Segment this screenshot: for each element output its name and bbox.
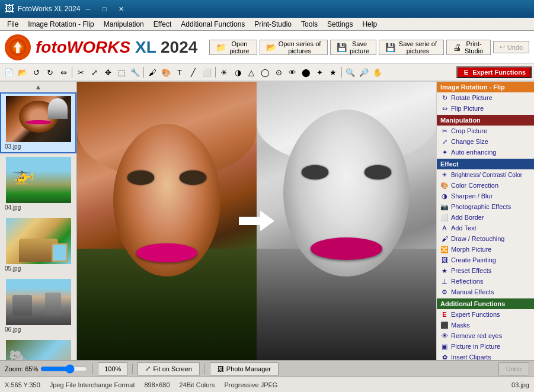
tool-select[interactable]: ⬚ [115, 66, 128, 79]
save-serie-button[interactable]: 💾 Save serie of pictures [379, 40, 444, 55]
tool-zoom-in[interactable]: 🔍 [344, 66, 357, 79]
auto-enhancing-item[interactable]: ✦ Auto enhancing [437, 147, 534, 158]
tool-text[interactable]: T [173, 66, 186, 79]
tool-crop[interactable]: ✂ [74, 66, 87, 79]
tool-blur[interactable]: ◯ [258, 66, 271, 79]
menubar: File Image Rotation - Flip Manipulation … [0, 18, 534, 31]
fit-on-screen-button[interactable]: ⤢ Fit on Screen [138, 362, 199, 375]
create-painting-item[interactable]: 🖼 Create Painting [437, 255, 534, 265]
undo-bottom-button[interactable]: Undo [498, 362, 529, 375]
window-controls: ─ □ ✕ [80, 3, 129, 15]
morph-picture-item[interactable]: 🔀 Morph Picture [437, 244, 534, 255]
tool-redeye[interactable]: 👁 [286, 66, 299, 79]
tool-rotate-ccw[interactable]: ↺ [30, 66, 43, 79]
add-border-item[interactable]: ⬜ Add Border [437, 212, 534, 223]
manual-effects-item[interactable]: ⚙ Manual Effects [437, 287, 534, 297]
photographic-effects-item[interactable]: 📷 Photographic Effects [437, 201, 534, 212]
additional-section: Additional Functions E Expert Functions … [437, 298, 534, 360]
open-picture-button[interactable]: 📁 Open picture [209, 40, 257, 55]
thumb-label-1: 04.jpg [2, 204, 74, 212]
zoom-slider[interactable] [40, 365, 88, 372]
tool-clone[interactable]: ⊙ [272, 66, 285, 79]
tool-effect1[interactable]: ✦ [313, 66, 326, 79]
preset-effects-item[interactable]: ★ Preset Effects [437, 265, 534, 276]
add-text-item[interactable]: A Add Text [437, 223, 534, 233]
tool-open[interactable]: 📂 [16, 66, 29, 79]
logo-year: 2024 [161, 38, 197, 56]
draw-retouching-item[interactable]: 🖌 Draw / Retouching [437, 233, 534, 244]
effect-section: Effect ☀ Brightness/ Contrast/ Color 🎨 C… [437, 159, 534, 297]
sharpen-blur-item[interactable]: ◑ Sharpen / Blur [437, 191, 534, 201]
tool-stamp[interactable]: ⬤ [299, 66, 312, 79]
tool-magic[interactable]: 🔧 [129, 66, 142, 79]
menu-additional[interactable]: Additional Functions [176, 19, 250, 30]
tool-shape[interactable]: ⬜ [200, 66, 213, 79]
expert-functions-button[interactable]: E Expert Functions [456, 66, 532, 78]
save-picture-button[interactable]: 💾 Save picture [330, 40, 377, 55]
image-rotation-header[interactable]: Image Rotation - Flip [437, 82, 534, 92]
change-size-item[interactable]: ⤢ Change Size [437, 136, 534, 147]
tool-paint[interactable]: 🖌 [146, 66, 159, 79]
menu-tools[interactable]: Tools [296, 19, 322, 30]
tool-resize[interactable]: ⤢ [88, 66, 101, 79]
effect-header[interactable]: Effect [437, 159, 534, 169]
menu-print-studio[interactable]: Print-Studio [250, 19, 296, 30]
photo-bw [257, 82, 436, 360]
pip-icon: ▣ [440, 342, 449, 351]
menu-image-rotation[interactable]: Image Rotation - Flip [23, 19, 98, 30]
open-series-button[interactable]: 📂 Open series of pictures [260, 40, 328, 55]
insert-cliparts-item[interactable]: ✿ Insert Cliparts [437, 352, 534, 360]
thumbnail-item-3[interactable]: 06.jpg [0, 275, 76, 336]
tool-brightness[interactable]: ☀ [218, 66, 231, 79]
rotate-picture-item[interactable]: ↻ Rotate Picture [437, 92, 534, 103]
flip-picture-item[interactable]: ⇔ Flip Picture [437, 103, 534, 114]
compression-display: Progressive JPEG [225, 381, 278, 388]
undo-button[interactable]: ↩ Undo [493, 41, 529, 53]
scrollbar-up[interactable]: ▲ [0, 82, 76, 92]
expert-functions-item[interactable]: E Expert Functions [437, 309, 534, 320]
crop-picture-item[interactable]: ✂ Crop Picture [437, 126, 534, 136]
flip-picture-icon: ⇔ [440, 104, 449, 113]
picture-in-picture-item[interactable]: ▣ Picture in Picture [437, 341, 534, 352]
thumbnail-item-4[interactable]: 🐘 Text 07.jpg [0, 336, 76, 360]
brightness-item[interactable]: ☀ Brightness/ Contrast/ Color [437, 169, 534, 180]
menu-settings[interactable]: Settings [322, 19, 357, 30]
manipulation-header[interactable]: Manipulation [437, 115, 534, 126]
tool-flip-h[interactable]: ⇔ [57, 66, 70, 79]
tool-sharpen[interactable]: △ [245, 66, 258, 79]
tool-effect2[interactable]: ★ [327, 66, 340, 79]
menu-manipulation[interactable]: Manipulation [99, 19, 149, 30]
color-correction-item[interactable]: 🎨 Color Correction [437, 180, 534, 191]
maximize-button[interactable]: □ [97, 3, 112, 15]
minimize-button[interactable]: ─ [80, 3, 95, 15]
tool-zoom-out[interactable]: 🔎 [357, 66, 370, 79]
thumbnail-item-0[interactable]: 03.jpg [0, 92, 76, 153]
tool-color[interactable]: 🎨 [159, 66, 172, 79]
toolbar-separator-1 [72, 67, 72, 78]
close-button[interactable]: ✕ [113, 3, 129, 15]
print-studio-button[interactable]: 🖨 Print-Studio [446, 40, 490, 55]
tool-rotate-cw[interactable]: ↻ [43, 66, 56, 79]
icon-toolbar: 📄 📂 ↺ ↻ ⇔ ✂ ⤢ ✥ ⬚ 🔧 🖌 🎨 T ╱ ⬜ ☀ ◑ △ ◯ ⊙ … [0, 64, 534, 82]
tool-move[interactable]: ✥ [101, 66, 114, 79]
open-series-icon: 📂 [266, 43, 276, 52]
menu-file[interactable]: File [2, 19, 23, 30]
menu-help[interactable]: Help [357, 19, 382, 30]
thumbnail-item-1[interactable]: 🚁 04.jpg [0, 153, 76, 214]
tool-contrast[interactable]: ◑ [231, 66, 244, 79]
photo-manager-button[interactable]: 🖼 Photo Manager [210, 362, 279, 375]
save-serie-icon: 💾 [385, 43, 395, 52]
thumbnail-item-2[interactable]: 05.jpg [0, 214, 76, 275]
menu-effect[interactable]: Effect [149, 19, 176, 30]
reflections-item[interactable]: ⊥ Reflections [437, 276, 534, 287]
thumb-image-3 [6, 279, 71, 325]
tool-new[interactable]: 📄 [2, 66, 15, 79]
additional-header[interactable]: Additional Functions [437, 298, 534, 309]
tool-line[interactable]: ╱ [187, 66, 200, 79]
thumbnail-panel[interactable]: ▲ 03.jpg 🚁 04.jpg 05.jpg [0, 82, 77, 360]
tool-hand[interactable]: ✋ [371, 66, 384, 79]
remove-red-eyes-item[interactable]: 👁 Remove red eyes [437, 330, 534, 341]
masks-item[interactable]: ⬛ Masks [437, 320, 534, 330]
auto-enhance-icon: ✦ [440, 148, 449, 156]
zoom-100-button[interactable]: 100% [98, 362, 127, 375]
